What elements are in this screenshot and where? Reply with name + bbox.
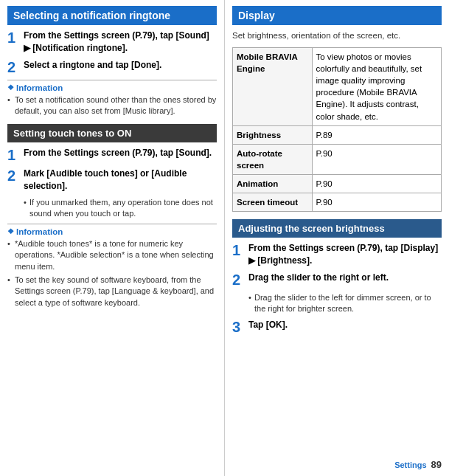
step-number: 2 (7, 168, 24, 184)
step-number: 2 (232, 272, 248, 288)
step-number: 3 (232, 319, 248, 335)
step-2-1: 1 From the Settings screen (P.79), tap [… (7, 147, 217, 163)
left-column: Selecting a notification ringtone 1 From… (0, 0, 225, 476)
table-row: Animation P.90 (233, 174, 442, 193)
display-table: Mobile BRAVIA Engine To view photos or m… (232, 47, 442, 212)
step-number: 1 (7, 147, 24, 163)
table-cell-value: P.90 (312, 144, 441, 174)
footer-page-number: 89 (431, 459, 442, 470)
step-sub-2: If you unmarked them, any operation tone… (24, 197, 217, 220)
display-section: Display Set brightness, orientation of t… (232, 6, 442, 212)
section-notification-ringtone: Selecting a notification ringtone 1 From… (7, 6, 217, 117)
table-cell-label: Animation (233, 174, 313, 193)
brightness-section: Adjusting the screen brightness 1 From t… (232, 219, 442, 334)
section1-title: Selecting a notification ringtone (7, 6, 217, 25)
table-cell-value: P.90 (312, 174, 441, 193)
step-text: Mark [Audible touch tones] or [Audible s… (24, 168, 217, 193)
table-cell-label: Auto-rotate screen (233, 144, 313, 174)
info-item: *Audible touch tones* is a tone for nume… (7, 238, 217, 272)
step-text: From the Settings screen (P.79), tap [So… (24, 30, 217, 55)
table-cell-label: Brightness (233, 125, 313, 144)
step-text: Drag the slider to the right or left. (248, 272, 389, 284)
table-cell-label: Mobile BRAVIA Engine (233, 48, 313, 126)
footer-settings-label: Settings (394, 461, 426, 469)
info-header-1: Information (7, 83, 217, 92)
step-1-1: 1 From the Settings screen (P.79), tap [… (7, 30, 217, 55)
step-b-3: 3 Tap [OK]. (232, 319, 442, 335)
info-item: To set the key sound of software keyboar… (7, 275, 217, 308)
section-touch-tones: Setting touch tones to ON 1 From the Set… (7, 124, 217, 308)
table-cell-value: P.90 (312, 193, 441, 212)
step-number: 2 (7, 59, 24, 75)
table-row: Screen timeout P.90 (233, 193, 442, 212)
info-text-2: *Audible touch tones* is a tone for nume… (7, 238, 217, 308)
brightness-title: Adjusting the screen brightness (232, 219, 442, 238)
info-header-2: Information (7, 227, 217, 236)
display-title: Display (232, 6, 442, 25)
section2-title: Setting touch tones to ON (7, 124, 217, 142)
step-sub-item: Drag the slider to the left for dimmer s… (248, 292, 442, 315)
step-sub-b: Drag the slider to the left for dimmer s… (248, 292, 442, 315)
table-cell-label: Screen timeout (233, 193, 313, 212)
step-sub-item: If you unmarked them, any operation tone… (24, 197, 217, 220)
info-box-2: Information *Audible touch tones* is a t… (7, 224, 217, 308)
page-container: Selecting a notification ringtone 1 From… (0, 0, 449, 476)
page-footer: Settings 89 (394, 459, 442, 470)
step-text: Select a ringtone and tap [Done]. (24, 59, 161, 72)
info-item: To set a notification sound other than t… (7, 94, 217, 117)
step-text: From the Settings screen (P.79), tap [So… (24, 147, 212, 159)
table-cell-value: P.89 (312, 125, 441, 144)
step-b-2: 2 Drag the slider to the right or left. (232, 272, 442, 288)
display-intro: Set brightness, orientation of the scree… (232, 30, 442, 41)
table-row: Auto-rotate screen P.90 (233, 144, 442, 174)
right-column: Display Set brightness, orientation of t… (225, 0, 449, 476)
step-2-2: 2 Mark [Audible touch tones] or [Audible… (7, 168, 217, 193)
step-text: Tap [OK]. (248, 319, 288, 331)
step-b-1: 1 From the Settings screen (P.79), tap [… (232, 242, 442, 267)
info-box-1: Information To set a notification sound … (7, 80, 217, 117)
step-number: 1 (7, 30, 24, 46)
table-cell-value: To view photos or movies colorfully and … (312, 48, 441, 126)
step-1-2: 2 Select a ringtone and tap [Done]. (7, 59, 217, 75)
step-number: 1 (232, 242, 248, 258)
table-row: Brightness P.89 (233, 125, 442, 144)
info-text-1: To set a notification sound other than t… (7, 94, 217, 117)
step-text: From the Settings screen (P.79), tap [Di… (248, 242, 442, 267)
table-row: Mobile BRAVIA Engine To view photos or m… (233, 48, 442, 126)
